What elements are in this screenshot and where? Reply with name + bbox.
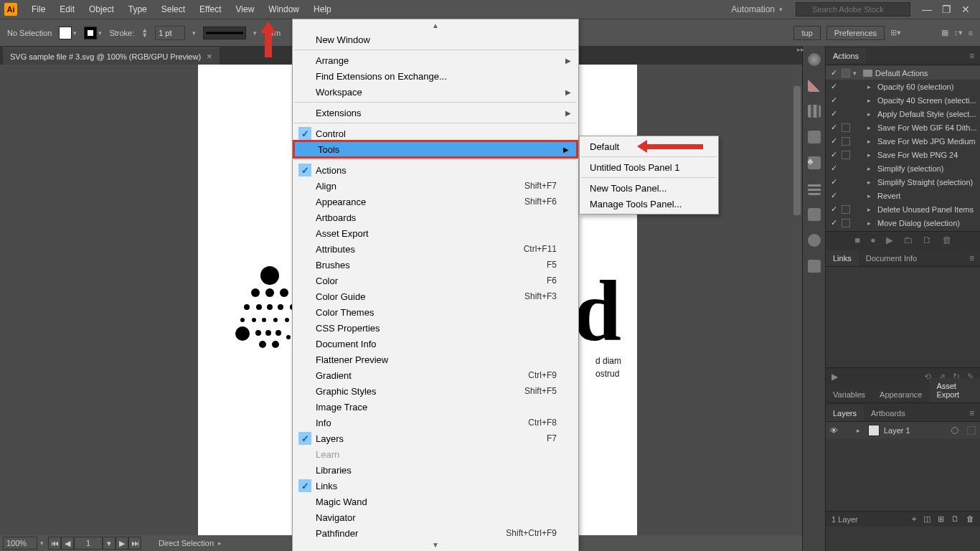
menu-layers[interactable]: LayersF7 [293, 430, 578, 446]
artboard-number[interactable]: 1 [74, 537, 103, 550]
chevron-down-icon[interactable]: ▾ [40, 540, 44, 547]
action-row[interactable]: ✓▸Save For Web JPG Medium [826, 134, 980, 148]
panel-menu-icon[interactable]: ≡ [963, 405, 980, 421]
panel-menu-icon[interactable]: ≡ [963, 250, 980, 266]
action-row[interactable]: ✓▸Save For Web GIF 64 Dith... [826, 121, 980, 134]
menu-appearance[interactable]: AppearanceShift+F6 [293, 194, 578, 209]
prev-artboard-button[interactable]: ◀ [61, 537, 74, 550]
panel-icon[interactable] [808, 260, 821, 273]
menu-magic-wand[interactable]: Magic Wand [293, 494, 578, 509]
menu-object[interactable]: Object [82, 0, 121, 19]
preferences-button[interactable]: Preferences [826, 26, 885, 40]
chevron-down-icon[interactable]: ▾ [98, 29, 102, 37]
panel-icon[interactable] [808, 79, 821, 92]
panel-icon[interactable]: ♣ [808, 156, 821, 169]
menu-type[interactable]: Type [121, 0, 154, 19]
menu-actions[interactable]: Actions [293, 162, 578, 178]
menu-new-window[interactable]: New Window [293, 32, 578, 47]
menu-workspace[interactable]: Workspace▶ [293, 84, 578, 100]
menu-document-info[interactable]: Document Info [293, 336, 578, 352]
action-row[interactable]: ✓▸Revert [826, 189, 980, 202]
doc-setup-button[interactable]: tup [793, 26, 820, 40]
clip-mask-icon[interactable]: ◫ [923, 514, 930, 524]
search-stock-input[interactable] [796, 2, 910, 17]
panel-icon[interactable] [808, 182, 821, 195]
menu-artboards[interactable]: Artboards [293, 209, 578, 225]
tab-document-info[interactable]: Document Info [859, 250, 925, 266]
menu-edit[interactable]: Edit [52, 0, 82, 19]
menu-image-trace[interactable]: Image Trace [293, 399, 578, 415]
close-button[interactable]: ✕ [961, 4, 970, 15]
menu-css-properties[interactable]: CSS Properties [293, 320, 578, 336]
menu-info[interactable]: InfoCtrl+F8 [293, 415, 578, 430]
menu-help[interactable]: Help [306, 0, 339, 19]
dialog-toggle[interactable] [842, 219, 850, 227]
scroll-down-icon[interactable]: ▼ [293, 541, 578, 551]
menu-gradient[interactable]: GradientCtrl+F9 [293, 367, 578, 383]
trash-icon[interactable]: 🗑 [942, 235, 951, 245]
visibility-icon[interactable]: 👁 [830, 426, 838, 435]
new-sublayer-icon[interactable]: ⊞ [938, 514, 944, 524]
menu-file[interactable]: File [24, 0, 52, 19]
menu-color-themes[interactable]: Color Themes [293, 304, 578, 320]
fill-swatch[interactable] [59, 27, 72, 39]
action-row[interactable]: ✓▸Simplify (selection) [826, 161, 980, 175]
dialog-toggle[interactable] [842, 137, 850, 146]
tab-layers[interactable]: Layers [826, 405, 864, 421]
menu-brushes[interactable]: BrushesF5 [293, 257, 578, 273]
chevron-right-icon[interactable]: ▸ [218, 540, 222, 547]
menu-pathfinder[interactable]: PathfinderShift+Ctrl+F9 [293, 525, 578, 541]
target-icon[interactable] [951, 427, 958, 434]
document-tab[interactable]: SVG sample file # 3.svg @ 100% (RGB/GPU … [3, 47, 220, 65]
action-row[interactable]: ✓▸Opacity 40 Screen (selecti... [826, 93, 980, 107]
expand-icon[interactable]: ▶ [831, 372, 838, 382]
restore-button[interactable]: ❐ [942, 4, 951, 15]
panel-menu-icon[interactable]: ≡ [963, 48, 980, 64]
menu-align[interactable]: AlignShift+F7 [293, 178, 578, 194]
panel-icon[interactable] [808, 131, 821, 143]
chevron-down-icon[interactable]: ▾ [253, 29, 257, 37]
zoom-input[interactable] [3, 537, 37, 550]
menu-asset-export[interactable]: Asset Export [293, 225, 578, 241]
action-set-row[interactable]: ✓ ▾ Default Actions [826, 66, 980, 80]
action-row[interactable]: ✓▸Move Dialog (selection) [826, 216, 980, 230]
menu-color-guide[interactable]: Color GuideShift+F3 [293, 288, 578, 304]
panel-icon[interactable] [808, 208, 821, 221]
tab-variables[interactable]: Variables [826, 387, 872, 402]
last-artboard-button[interactable]: ⏭ [128, 537, 141, 550]
expand-icon[interactable]: ▸ [857, 427, 864, 434]
chevron-down-icon[interactable]: ▾ [192, 29, 196, 37]
stroke-profile[interactable] [203, 27, 246, 39]
menu-view[interactable]: View [229, 0, 262, 19]
layer-row[interactable]: 👁 ▸ Layer 1 [826, 422, 980, 439]
menu-navigator[interactable]: Navigator [293, 509, 578, 525]
tab-artboards[interactable]: Artboards [864, 405, 913, 421]
chevron-down-icon[interactable]: ▾ [103, 537, 116, 550]
dialog-toggle[interactable] [842, 123, 850, 132]
minimize-button[interactable]: — [922, 4, 932, 15]
action-row[interactable]: ✓▸Delete Unused Panel Items [826, 202, 980, 216]
next-artboard-button[interactable]: ▶ [116, 537, 128, 550]
menu-links[interactable]: Links [293, 478, 578, 494]
menu-extensions[interactable]: Extensions▶ [293, 105, 578, 121]
new-layer-icon[interactable]: 🗋 [951, 514, 959, 524]
action-row[interactable]: ✓▸Simplify Straight (selection) [826, 175, 980, 189]
trash-icon[interactable]: 🗑 [966, 514, 974, 524]
dialog-toggle[interactable] [842, 69, 850, 77]
menu-window[interactable]: Window [261, 0, 306, 19]
menu-color[interactable]: ColorF6 [293, 273, 578, 288]
vertical-scrollbar[interactable] [792, 65, 802, 519]
menu-find-extensions[interactable]: Find Extensions on Exchange... [293, 68, 578, 84]
new-folder-icon[interactable]: 🗀 [903, 235, 913, 245]
tab-actions[interactable]: Actions [826, 48, 866, 64]
play-icon[interactable]: ▶ [886, 235, 893, 245]
checkmark-icon[interactable]: ✓ [829, 68, 839, 77]
submenu-untitled-panel[interactable]: Untitled Tools Panel 1 [580, 159, 718, 175]
stroke-weight-input[interactable] [155, 26, 185, 40]
close-icon[interactable]: × [207, 51, 212, 62]
stroke-swatch[interactable] [84, 27, 97, 39]
workspace-switcher[interactable]: Automation▾ [724, 1, 790, 17]
action-row[interactable]: ✓▸Apply Default Style (select... [826, 107, 980, 121]
submenu-manage-tools-panel[interactable]: Manage Tools Panel... [580, 196, 718, 212]
menu-select[interactable]: Select [154, 0, 192, 19]
